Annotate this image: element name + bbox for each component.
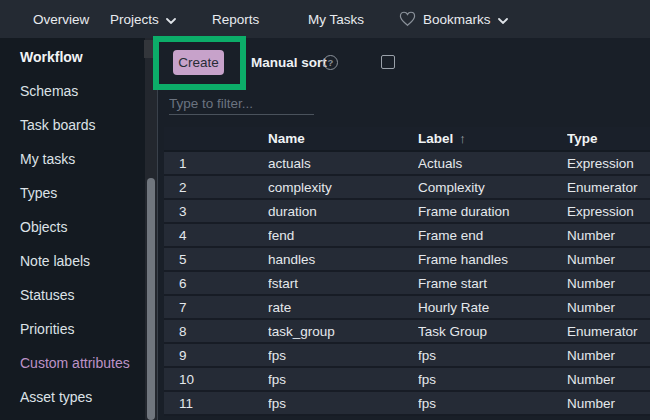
nav-item-projects[interactable]: Projects <box>110 0 176 38</box>
cell-label: Frame end <box>418 228 567 243</box>
cell-type: Number <box>567 372 650 387</box>
cell-index: 3 <box>164 204 268 219</box>
cell-index: 9 <box>164 348 268 363</box>
sidebar-item-statuses[interactable]: Statuses <box>0 278 145 312</box>
cell-name: actuals <box>268 156 418 171</box>
cell-name: rate <box>268 300 418 315</box>
sidebar-item-asset-types[interactable]: Asset types <box>0 380 145 414</box>
sidebar-item-schemas[interactable]: Schemas <box>0 74 145 108</box>
table-body: 1actualsActualsExpression2complexityComp… <box>164 152 650 416</box>
sidebar-item-objects[interactable]: Objects <box>0 210 145 244</box>
create-button[interactable]: Create <box>173 50 224 75</box>
cell-index: 11 <box>164 396 268 411</box>
nav-item-bookmarks[interactable]: Bookmarks <box>399 0 508 38</box>
cell-index: 6 <box>164 276 268 291</box>
column-header-label[interactable]: Label↑ <box>418 131 567 146</box>
nav-item-reports[interactable]: Reports <box>212 0 259 38</box>
cell-label: Frame handles <box>418 252 567 267</box>
cell-label: Task Group <box>418 324 567 339</box>
cell-type: Enumerator <box>567 324 650 339</box>
cell-label: Frame duration <box>418 204 567 219</box>
sidebar-item-task-boards[interactable]: Task boards <box>0 108 145 142</box>
cell-index: 4 <box>164 228 268 243</box>
table-row[interactable]: 3durationFrame durationExpression <box>164 200 650 224</box>
cell-name: fps <box>268 348 418 363</box>
app-window: OverviewProjectsReportsMy TasksBookmarks… <box>0 0 650 420</box>
nav-item-my-tasks[interactable]: My Tasks <box>308 0 364 38</box>
sidebar-item-custom-attributes[interactable]: Custom attributes <box>0 346 145 380</box>
cell-name: task_group <box>268 324 418 339</box>
nav-item-label: Reports <box>212 12 259 27</box>
sidebar-item-my-tasks[interactable]: My tasks <box>0 142 145 176</box>
sidebar-scrollbar-cap <box>144 40 157 58</box>
cell-type: Number <box>567 396 650 411</box>
filter-input[interactable] <box>169 93 314 115</box>
cell-type: Number <box>567 300 650 315</box>
table-row[interactable]: 7rateHourly RateNumber <box>164 296 650 320</box>
nav-item-label: Overview <box>33 12 89 27</box>
cell-type: Enumerator <box>567 180 650 195</box>
cell-index: 7 <box>164 300 268 315</box>
table-row[interactable]: 11fpsfpsNumber <box>164 392 650 416</box>
chevron-down-icon <box>498 16 508 24</box>
cell-type: Expression <box>567 204 650 219</box>
top-navigation: OverviewProjectsReportsMy TasksBookmarks <box>0 0 650 38</box>
cell-index: 5 <box>164 252 268 267</box>
table-row[interactable]: 8task_groupTask GroupEnumerator <box>164 320 650 344</box>
cell-type: Number <box>567 348 650 363</box>
table-row[interactable]: 4fendFrame endNumber <box>164 224 650 248</box>
cell-name: fend <box>268 228 418 243</box>
main-content: Create Manual sort ? Name Label↑ Type 1a… <box>157 38 650 420</box>
table-row[interactable]: 9fpsfpsNumber <box>164 344 650 368</box>
nav-item-overview[interactable]: Overview <box>33 0 89 38</box>
column-header-label-text: Label <box>418 131 453 146</box>
cell-label: Complexity <box>418 180 567 195</box>
cell-name: fps <box>268 372 418 387</box>
cell-label: Actuals <box>418 156 567 171</box>
cell-type: Number <box>567 228 650 243</box>
cell-name: fstart <box>268 276 418 291</box>
table-row[interactable]: 6fstartFrame startNumber <box>164 272 650 296</box>
cell-name: handles <box>268 252 418 267</box>
cell-index: 10 <box>164 372 268 387</box>
nav-item-label: Bookmarks <box>423 12 491 27</box>
attributes-table: Name Label↑ Type 1actualsActualsExpressi… <box>164 127 650 416</box>
cell-label: fps <box>418 348 567 363</box>
cell-name: complexity <box>268 180 418 195</box>
toolbar: Create Manual sort ? <box>158 50 650 75</box>
cell-index: 8 <box>164 324 268 339</box>
table-row[interactable]: 5handlesFrame handlesNumber <box>164 248 650 272</box>
cell-name: duration <box>268 204 418 219</box>
heart-icon <box>399 11 416 27</box>
cell-type: Number <box>567 252 650 267</box>
cell-name: fps <box>268 396 418 411</box>
column-header-name[interactable]: Name <box>268 131 418 146</box>
sort-ascending-icon: ↑ <box>459 131 466 146</box>
nav-item-label: My Tasks <box>308 12 364 27</box>
cell-index: 1 <box>164 156 268 171</box>
column-header-type[interactable]: Type <box>567 131 650 146</box>
cell-label: Hourly Rate <box>418 300 567 315</box>
table-row[interactable]: 10fpsfpsNumber <box>164 368 650 392</box>
table-row[interactable]: 2complexityComplexityEnumerator <box>164 176 650 200</box>
manual-sort-checkbox[interactable] <box>381 55 395 69</box>
table-row[interactable]: 1actualsActualsExpression <box>164 152 650 176</box>
cell-label: fps <box>418 372 567 387</box>
manual-sort-label: Manual sort <box>251 55 327 70</box>
sidebar-item-note-labels[interactable]: Note labels <box>0 244 145 278</box>
sidebar-item-types[interactable]: Types <box>0 176 145 210</box>
cell-type: Number <box>567 276 650 291</box>
sidebar-item-workflow[interactable]: Workflow <box>0 40 145 74</box>
sidebar-item-priorities[interactable]: Priorities <box>0 312 145 346</box>
cell-label: Frame start <box>418 276 567 291</box>
cell-label: fps <box>418 396 567 411</box>
cell-index: 2 <box>164 180 268 195</box>
sidebar-scrollbar-thumb[interactable] <box>147 178 155 420</box>
chevron-down-icon <box>166 16 176 24</box>
table-header: Name Label↑ Type <box>164 127 650 152</box>
sidebar: WorkflowSchemasTask boardsMy tasksTypesO… <box>0 38 145 420</box>
nav-item-label: Projects <box>110 12 159 27</box>
cell-type: Expression <box>567 156 650 171</box>
help-icon[interactable]: ? <box>323 55 338 70</box>
